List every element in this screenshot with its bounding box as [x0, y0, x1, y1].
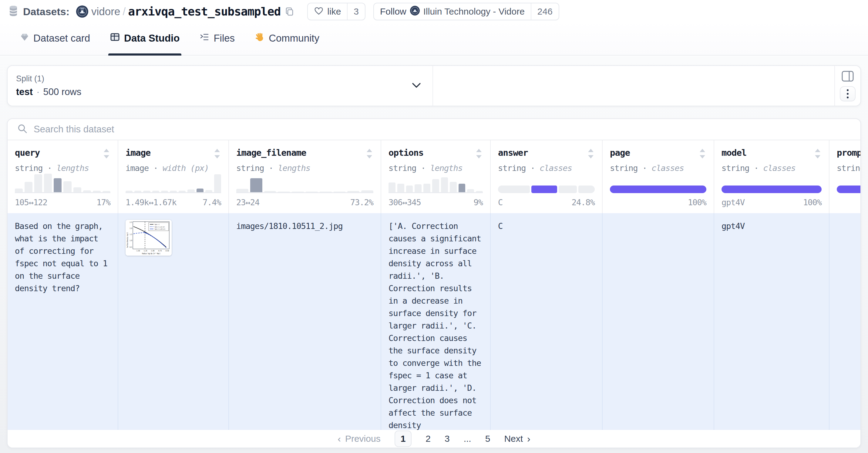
column-header-answer[interactable]: answerstring · classesC24.8%	[491, 140, 602, 213]
histogram-bar[interactable]	[361, 190, 373, 192]
sort-icon[interactable]	[475, 147, 483, 161]
sort-icon[interactable]	[102, 147, 111, 161]
column-visibility-icon[interactable]	[841, 70, 854, 82]
svg-text:-0.75: -0.75	[157, 250, 162, 252]
class-segment[interactable]	[610, 186, 706, 193]
column-histogram	[236, 165, 373, 193]
stat-percent: 100%	[688, 198, 706, 207]
tab-dataset-card[interactable]: Dataset card	[20, 21, 90, 55]
histogram-bar[interactable]	[83, 190, 91, 192]
histogram-bar[interactable]	[250, 178, 262, 192]
histogram-bar[interactable]	[126, 191, 132, 192]
org-avatar[interactable]	[76, 5, 88, 18]
class-segment[interactable]	[531, 186, 557, 193]
more-options-button[interactable]	[840, 86, 856, 102]
histogram-bar[interactable]	[93, 191, 101, 192]
stat-range: 105↔122	[15, 198, 47, 207]
histogram-bar[interactable]	[397, 184, 404, 192]
pagination-page-3[interactable]: 3	[445, 433, 450, 444]
column-header-image[interactable]: imageimage · width (px)1.49k↔1.67k7.4%	[118, 140, 229, 213]
tab-files[interactable]: Files	[199, 21, 235, 55]
histogram-bar[interactable]	[459, 184, 466, 192]
svg-text:-1.00: -1.00	[150, 250, 154, 252]
histogram-bar[interactable]	[423, 184, 430, 192]
histogram-bar[interactable]	[441, 177, 448, 192]
stat-percent: 17%	[96, 198, 111, 207]
table-icon	[110, 32, 120, 44]
org-link[interactable]: vidore	[91, 5, 120, 18]
like-button[interactable]: like 3	[307, 3, 366, 20]
histogram-bar[interactable]	[63, 181, 71, 192]
split-panel: Split (1) test·500 rows	[7, 65, 861, 106]
row-image-thumbnail[interactable]: 2.5 2.0 1.5 1.0 0.5 -1.50 -1.25 -1.00 -0…	[126, 220, 172, 256]
class-segment[interactable]	[837, 186, 860, 193]
column-header-options[interactable]: optionsstring · lengths306↔3459%	[381, 140, 491, 213]
column-header-page[interactable]: pagestring · classes100%	[602, 140, 714, 213]
pagination-page-5[interactable]: 5	[485, 433, 490, 444]
histogram-bar[interactable]	[161, 191, 168, 192]
tab-community[interactable]: Community	[255, 21, 319, 55]
histogram-bar[interactable]	[476, 191, 483, 192]
pagination-page-1[interactable]: 1	[395, 430, 412, 447]
svg-text:1.0: 1.0	[129, 239, 132, 242]
histogram-bar[interactable]	[15, 189, 23, 192]
column-header-model[interactable]: modelstring · classesgpt4V100%	[714, 140, 830, 213]
histogram-bar[interactable]	[25, 182, 32, 192]
pagination-page-2[interactable]: 2	[426, 433, 431, 444]
histogram-bar[interactable]	[414, 184, 422, 192]
histogram-bar[interactable]	[264, 191, 276, 192]
histogram-bar[interactable]	[347, 191, 360, 192]
histogram-bar[interactable]	[389, 182, 396, 192]
histogram-bar[interactable]	[432, 179, 439, 192]
sort-icon[interactable]	[814, 147, 822, 161]
pagination-page-...[interactable]: ...	[464, 433, 471, 444]
follow-button[interactable]: Follow Illuin Technology - Vidore 246	[373, 3, 559, 20]
class-segment[interactable]	[721, 186, 822, 193]
column-header-image_filename[interactable]: image_filenamestring · lengths23↔2473.2%	[229, 140, 381, 213]
histogram-bar[interactable]	[450, 182, 457, 192]
sort-icon[interactable]	[699, 147, 706, 161]
stat-percent: 100%	[803, 198, 822, 207]
histogram-bar[interactable]	[292, 192, 304, 192]
stat-percent: 24.8%	[572, 198, 595, 207]
histogram-bar[interactable]	[187, 190, 194, 192]
column-stats: 306↔3459%	[389, 198, 483, 207]
column-header-query[interactable]: querystring · lengths105↔12217%	[8, 140, 118, 213]
class-segment[interactable]	[498, 186, 530, 193]
histogram-bar[interactable]	[143, 191, 150, 192]
pagination-next[interactable]: Next›	[504, 433, 530, 445]
class-segment[interactable]	[578, 186, 595, 193]
histogram-bar[interactable]	[214, 174, 221, 192]
histogram-bar[interactable]	[320, 192, 332, 192]
sort-icon[interactable]	[587, 147, 595, 161]
histogram-bar[interactable]	[134, 191, 141, 192]
like-count[interactable]: 3	[347, 3, 365, 20]
sort-icon[interactable]	[366, 147, 373, 161]
class-segment[interactable]	[559, 186, 577, 193]
histogram-bar[interactable]	[102, 191, 111, 192]
histogram-bar[interactable]	[179, 191, 186, 192]
histogram-bar[interactable]	[152, 191, 159, 192]
search-input[interactable]	[34, 124, 851, 135]
pagination-previous[interactable]: ‹Previous	[338, 433, 380, 445]
histogram-bar[interactable]	[467, 189, 474, 192]
histogram-bar[interactable]	[306, 192, 318, 192]
histogram-bar[interactable]	[334, 192, 346, 192]
copy-icon[interactable]	[285, 7, 294, 17]
cell-image[interactable]: 2.5 2.0 1.5 1.0 0.5 -1.50 -1.25 -1.00 -0…	[118, 213, 229, 430]
histogram-bar[interactable]	[196, 189, 204, 192]
histogram-bar[interactable]	[236, 189, 248, 192]
histogram-bar[interactable]	[170, 191, 177, 192]
tab-data-studio[interactable]: Data Studio	[110, 21, 180, 55]
histogram-bar[interactable]	[34, 174, 42, 192]
histogram-bar[interactable]	[44, 174, 52, 192]
split-selector[interactable]: Split (1) test·500 rows	[8, 66, 433, 106]
histogram-bar[interactable]	[73, 187, 81, 192]
histogram-bar[interactable]	[54, 178, 62, 192]
column-header-prompt[interactable]: promptstring	[830, 140, 860, 213]
sort-icon[interactable]	[213, 147, 221, 161]
dataset-name-link[interactable]: arxivqa_test_subsampled	[128, 5, 281, 18]
histogram-bar[interactable]	[278, 192, 290, 192]
histogram-bar[interactable]	[205, 190, 212, 192]
histogram-bar[interactable]	[406, 186, 413, 192]
